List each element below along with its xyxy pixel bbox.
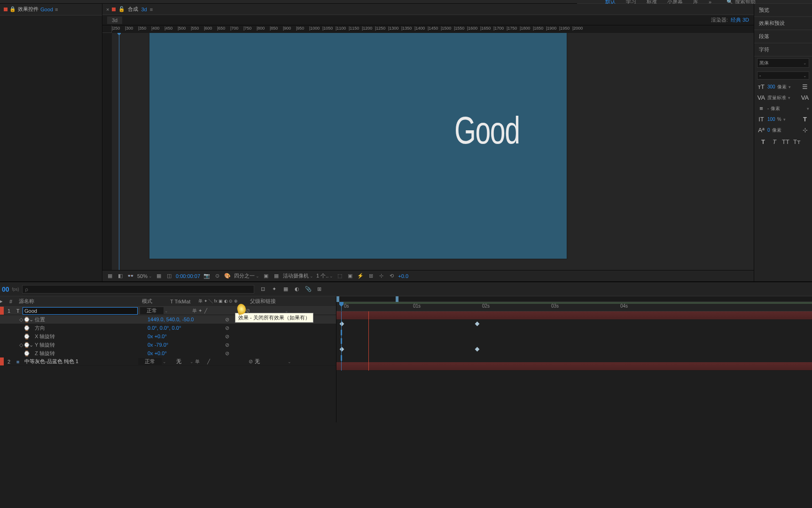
- track-layer-2[interactable]: [336, 362, 812, 371]
- col-source[interactable]: 源名称: [16, 298, 142, 305]
- keyframe[interactable]: [475, 347, 480, 352]
- show-snapshot-icon[interactable]: ⊙: [213, 272, 221, 280]
- paragraph-panel-header[interactable]: 段落: [754, 30, 812, 43]
- layer-2-switches[interactable]: 单╱: [195, 359, 246, 364]
- preview-panel-header[interactable]: 预览: [754, 4, 812, 17]
- timeline-search[interactable]: ρ: [22, 285, 254, 294]
- comp-mini-icon[interactable]: ⊡: [259, 285, 267, 294]
- reset-exp-icon[interactable]: ⟲: [388, 272, 395, 280]
- prop-value[interactable]: 0x -79.0°: [148, 342, 223, 348]
- col-parent[interactable]: 父级和链接: [250, 298, 297, 305]
- stopwatch-icon[interactable]: ⌚: [23, 333, 29, 340]
- track-z-rotation[interactable]: [336, 354, 812, 362]
- camera-dropdown[interactable]: 活动摄像机⌄: [283, 272, 313, 279]
- effect-controls-tab[interactable]: 🔒 效果控件 Good ≡: [0, 4, 102, 16]
- expression-link-icon[interactable]: ⊘: [223, 350, 231, 357]
- comp-menu-icon[interactable]: ≡: [150, 7, 153, 12]
- smallcaps-button[interactable]: Tᴛ: [793, 138, 801, 145]
- panel-menu-icon[interactable]: ≡: [55, 7, 58, 12]
- share-icon[interactable]: ⬚: [336, 272, 344, 280]
- prop-value[interactable]: 0.0°, 0.0°, 0.0°: [148, 325, 223, 331]
- shy-icon[interactable]: ✦: [270, 285, 279, 294]
- timecode[interactable]: 0:00:00:07: [176, 273, 200, 279]
- layer-1-label[interactable]: [0, 307, 4, 315]
- keyframe-nav-icon[interactable]: ◇: [19, 317, 23, 323]
- snapshot-icon[interactable]: 📷: [203, 272, 211, 280]
- comp-lock-icon[interactable]: 🔓: [118, 6, 125, 12]
- mask-icon[interactable]: 👓: [127, 272, 134, 280]
- canvas-outer[interactable]: Good: [112, 33, 754, 270]
- layer-2-name[interactable]: 中等灰色-品蓝色 纯色 1: [22, 358, 138, 365]
- work-area-bar[interactable]: [341, 302, 812, 304]
- prop-row-X 轴旋转[interactable]: ⌚ X 轴旋转 0x +0.0° ⊘: [0, 332, 336, 341]
- keyframe[interactable]: [340, 322, 344, 326]
- color-icon[interactable]: 🎨: [224, 272, 231, 280]
- keyframe[interactable]: [475, 322, 480, 326]
- timeline-tracks[interactable]: 0s01s02s03s04s: [336, 296, 812, 422]
- timeline-icon[interactable]: ⊞: [367, 272, 375, 280]
- keyframe[interactable]: [340, 347, 344, 352]
- expression-link-icon[interactable]: ⊘: [223, 342, 231, 348]
- transparency-icon[interactable]: ▦: [273, 272, 280, 280]
- stopwatch-icon[interactable]: ⌚: [23, 325, 29, 331]
- track-y-rotation[interactable]: [336, 345, 812, 354]
- layer-2-label[interactable]: [0, 357, 4, 365]
- track-orientation[interactable]: [336, 328, 812, 337]
- channel-icon[interactable]: ◧: [117, 272, 124, 280]
- prop-row-方向[interactable]: ⌚ 方向 0.0°, 0.0°, 0.0° ⊘: [0, 324, 336, 332]
- stopwatch-icon[interactable]: ⌚: [23, 317, 29, 323]
- prop-value[interactable]: 0x +0.0°: [148, 350, 223, 356]
- current-time[interactable]: 00: [2, 286, 9, 293]
- track-x-rotation[interactable]: [336, 337, 812, 345]
- layer-2-trk[interactable]: 无: [167, 358, 190, 365]
- timeline-navigator[interactable]: [336, 296, 812, 302]
- exposure[interactable]: +0.0: [398, 273, 408, 279]
- time-ruler-playhead[interactable]: [341, 302, 342, 311]
- col-trkmat[interactable]: T TrkMat: [170, 299, 198, 304]
- col-mode[interactable]: 模式: [142, 298, 170, 305]
- roi-icon[interactable]: ▣: [262, 272, 270, 280]
- brain-icon[interactable]: ⊞: [315, 285, 324, 294]
- canvas-text-good[interactable]: Good: [454, 108, 520, 152]
- font-family-dropdown[interactable]: 黑体⌄: [757, 58, 809, 68]
- expression-link-icon[interactable]: ⊘: [223, 325, 231, 331]
- graph-icon[interactable]: 📎: [304, 285, 312, 294]
- col-toggle[interactable]: ▸: [0, 298, 6, 304]
- motion-blur-icon[interactable]: ◐: [293, 285, 301, 294]
- italic-button[interactable]: T: [770, 138, 779, 145]
- vscale-value[interactable]: 100: [767, 117, 775, 122]
- fast-icon[interactable]: ⚡: [357, 272, 364, 280]
- character-panel-header[interactable]: 字符: [754, 43, 812, 56]
- stopwatch-icon[interactable]: ⌚: [23, 342, 29, 348]
- font-size-value[interactable]: 300: [767, 84, 775, 89]
- guide-icon[interactable]: ◫: [165, 272, 173, 280]
- font-style-dropdown[interactable]: -⌄: [757, 71, 809, 79]
- resolution-dropdown[interactable]: 四分之一⌄: [234, 272, 259, 279]
- parent-link-icon-2[interactable]: ⊘: [246, 358, 255, 365]
- mode-chevron-icon[interactable]: ⌄: [164, 309, 169, 313]
- views-dropdown[interactable]: 1 个..⌄: [316, 272, 333, 279]
- expression-link-icon[interactable]: ⊘: [223, 317, 231, 323]
- zoom-dropdown[interactable]: 50%⌄: [137, 273, 152, 279]
- frame-blend-icon[interactable]: ▦: [281, 285, 290, 294]
- layer-1-name[interactable]: [22, 307, 140, 315]
- prop-row-Y 轴旋转[interactable]: ◇ ⌚ ⌄ Y 轴旋转 0x -79.0° ⊘: [0, 341, 336, 349]
- pixel-icon[interactable]: ▣: [346, 272, 354, 280]
- keyframe-nav-icon[interactable]: ◇: [19, 342, 23, 348]
- prop-value[interactable]: 0x +0.0°: [148, 333, 223, 339]
- composition-canvas[interactable]: Good: [149, 33, 567, 259]
- flowchart-icon[interactable]: ⊹: [377, 272, 385, 280]
- lock-icon[interactable]: 🔒: [9, 6, 16, 12]
- kerning-value[interactable]: 度量标准: [767, 95, 786, 101]
- alpha-icon[interactable]: ▦: [106, 272, 114, 280]
- close-comp-icon[interactable]: ×: [106, 7, 109, 12]
- prop-value[interactable]: 1449.0, 540.0, -50.0: [148, 317, 223, 322]
- allcaps-button[interactable]: TT: [781, 138, 790, 145]
- layer-name-input[interactable]: [23, 307, 138, 315]
- baseline-value[interactable]: 0: [767, 127, 770, 133]
- grid-icon[interactable]: ▦: [155, 272, 163, 280]
- layer-2-parent[interactable]: 无: [255, 358, 288, 365]
- layer-2-mode[interactable]: 正常: [138, 358, 162, 365]
- track-layer-1[interactable]: [336, 311, 812, 320]
- cti-line[interactable]: [341, 311, 342, 371]
